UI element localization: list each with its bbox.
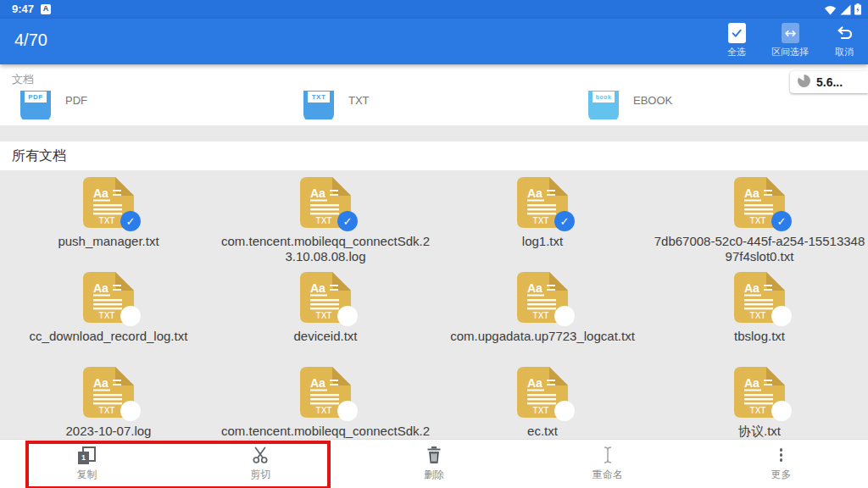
ebook-category-icon: book [588,91,619,119]
file-name: ec.txt [436,424,649,439]
svg-text:TXT: TXT [316,216,332,225]
storage-usage-badge[interactable]: 5.6... [790,71,868,93]
svg-text:Aa: Aa [93,281,108,295]
delete-label: 删除 [424,468,444,482]
copy-button[interactable]: 1 复制 [0,440,174,488]
file-item[interactable]: Aa TXT ✓ cc_download_record_log.txt [0,271,217,366]
svg-text:TXT: TXT [316,406,332,415]
file-item[interactable]: Aa TXT ✓ com.upgadata.up7723_logcat.txt [434,271,651,366]
svg-text:Aa: Aa [527,186,542,200]
selection-check-icon[interactable]: ✓ [337,401,358,421]
file-item[interactable]: Aa TXT ✓ com.tencent.mobileqq_connectSdk… [217,176,434,271]
svg-text:TXT: TXT [750,216,766,225]
more-button[interactable]: 更多 [694,440,868,488]
category-txt-label: TXT [348,94,370,107]
pdf-category-icon: PDF [20,91,51,119]
svg-text:Aa: Aa [744,376,760,390]
selection-check-icon[interactable]: ✓ [337,306,358,326]
file-item[interactable]: Aa TXT ✓ log1.txt [434,176,651,271]
category-section: 文档 [0,64,868,125]
svg-text:Aa: Aa [310,281,326,295]
file-item[interactable]: Aa TXT ✓ tbslog.txt [651,271,868,366]
cancel-undo-icon [834,23,854,43]
file-name: tbslog.txt [653,329,866,344]
file-item[interactable]: Aa TXT ✓ 7db67008-52c0-445f-a254-1551334… [651,176,868,271]
file-item[interactable]: Aa TXT ✓ push_manager.txt [0,176,217,271]
selection-check-icon[interactable]: ✓ [554,211,575,231]
selection-check-icon[interactable]: ✓ [771,306,792,326]
clock: 9:47 [12,3,34,15]
svg-text:Aa: Aa [93,376,108,390]
selection-check-icon[interactable]: ✓ [337,211,358,231]
file-name: 2023-10-07.log [2,424,215,439]
category-pdf[interactable]: PDF PDF [20,91,87,119]
category-ebook-label: EBOOK [633,94,672,107]
svg-text:TXT: TXT [316,311,332,320]
svg-text:TXT: TXT [99,311,115,320]
delete-button[interactable]: 删除 [348,440,521,488]
more-vertical-icon [780,446,783,464]
all-documents-title: 所有文档 [12,147,66,165]
signal-icon [840,3,851,19]
selection-check-icon[interactable]: ✓ [120,401,141,421]
select-all-button[interactable]: 全选 [727,23,746,58]
svg-text:TXT: TXT [533,216,549,225]
range-select-label: 区间选择 [771,46,809,58]
category-txt[interactable]: TXT TXT [303,91,370,119]
rename-button[interactable]: 重命名 [520,440,694,488]
svg-text:Aa: Aa [527,376,542,390]
select-all-icon [728,23,746,43]
selection-app-bar: 4/70 全选 区间选择 取消 [0,19,868,64]
pie-chart-icon [797,74,811,92]
file-name: deviceid.txt [219,329,432,344]
selection-check-icon[interactable]: ✓ [554,401,575,421]
selection-check-icon[interactable]: ✓ [771,401,792,421]
status-bar: 9:47 A [0,0,868,19]
selection-check-icon[interactable]: ✓ [554,306,575,326]
all-documents-header: 所有文档 [0,141,868,170]
cut-button[interactable]: 剪切 [174,440,348,488]
svg-text:TXT: TXT [533,311,549,320]
svg-text:Aa: Aa [310,186,326,200]
range-select-icon [782,23,799,43]
txt-category-icon: TXT [303,91,334,119]
ibeam-cursor-icon [602,446,614,464]
selection-count: 4/70 [14,30,47,50]
svg-text:Aa: Aa [744,281,760,295]
svg-text:Aa: Aa [93,186,108,200]
cancel-label: 取消 [835,46,854,58]
file-name: 协议.txt [653,424,866,439]
category-ebook[interactable]: book EBOOK [588,91,672,119]
bottom-action-toolbar: 1 复制 剪切 删除 重命名 更多 [0,439,868,488]
wifi-icon [824,3,837,19]
selection-check-icon[interactable]: ✓ [120,211,141,231]
svg-text:TXT: TXT [750,406,766,415]
select-all-label: 全选 [727,46,746,58]
svg-text:TXT: TXT [750,311,766,320]
selection-check-icon[interactable]: ✓ [771,211,792,231]
trash-icon [426,446,442,464]
file-name: 7db67008-52c0-445f-a254-1551334897f4slot… [653,234,866,264]
cancel-button[interactable]: 取消 [834,23,854,58]
file-item[interactable]: Aa TXT ✓ deviceid.txt [217,271,434,366]
copy-label: 复制 [76,468,97,482]
rename-label: 重命名 [593,468,623,482]
svg-text:TXT: TXT [99,406,115,415]
copy-icon: 1 [78,446,96,464]
category-section-title: 文档 [12,72,34,87]
battery-icon [854,3,861,19]
selection-check-icon[interactable]: ✓ [120,306,141,326]
scissors-icon [251,446,270,464]
range-select-button[interactable]: 区间选择 [771,23,809,58]
file-name: push_manager.txt [2,234,215,249]
file-name: log1.txt [436,234,649,249]
cut-label: 剪切 [250,468,270,482]
more-label: 更多 [771,468,792,482]
notification-app-icon: A [41,4,51,14]
svg-text:Aa: Aa [527,281,542,295]
file-name: com.upgadata.up7723_logcat.txt [436,329,649,344]
svg-text:TXT: TXT [99,216,115,225]
svg-text:Aa: Aa [310,376,326,390]
file-manager-screen: 9:47 A 4/70 全选 区间选择 [0,0,868,488]
category-pdf-label: PDF [65,94,87,107]
